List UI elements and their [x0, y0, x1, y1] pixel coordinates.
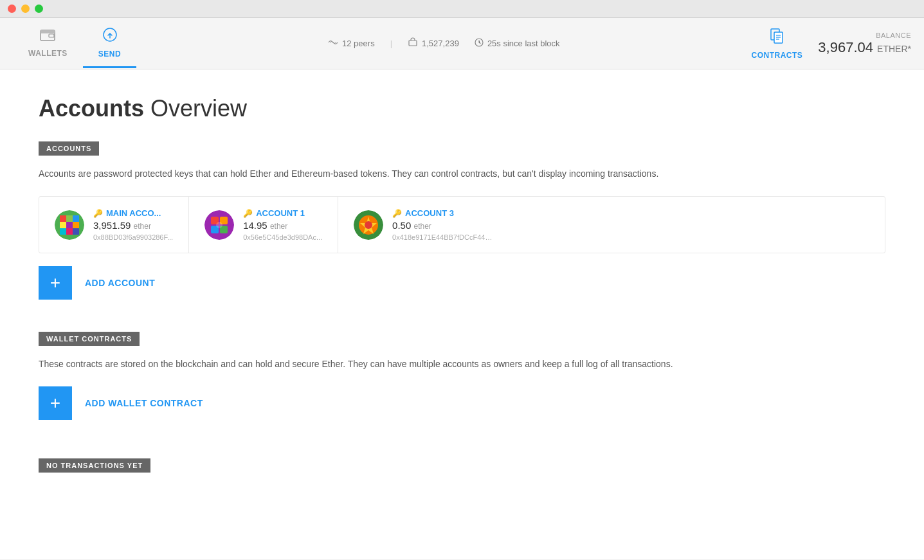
block-icon: [408, 37, 418, 50]
account-avatar-1: [204, 210, 234, 240]
account-info-main: 🔑 MAIN ACCO... 3,951.59 ether 0x88BD03f6…: [93, 208, 173, 241]
account-name-1: 🔑 ACCOUNT 1: [243, 208, 322, 218]
accounts-section: ACCOUNTS Accounts are password protected…: [39, 141, 885, 300]
accounts-list: 🔑 MAIN ACCO... 3,951.59 ether 0x88BD03f6…: [39, 196, 885, 253]
account-name-main: 🔑 MAIN ACCO...: [93, 208, 173, 218]
svg-rect-19: [66, 228, 73, 235]
clock-icon: [475, 38, 484, 49]
add-wallet-contract-plus-icon: +: [39, 386, 72, 420]
account-card-1[interactable]: 🔑 ACCOUNT 1 14.95 ether 0x56e5C45de3d98D…: [189, 197, 338, 253]
account-avatar-main: [55, 210, 84, 240]
account-balance-1: 14.95 ether: [243, 220, 322, 231]
add-account-row[interactable]: + ADD ACCOUNT: [39, 266, 885, 300]
svg-rect-17: [73, 222, 79, 228]
accounts-section-header: ACCOUNTS: [39, 141, 99, 156]
close-button[interactable]: [8, 5, 16, 13]
add-wallet-contract-row[interactable]: + ADD WALLET CONTRACT: [39, 386, 885, 420]
account-address-3: 0x418e9171E44BB7fDCcF4400eA79f2f8C12240c…: [392, 233, 495, 241]
peers-count: 12 peers: [342, 39, 375, 48]
send-tab[interactable]: SEND: [83, 19, 136, 68]
page-title: Accounts Overview: [39, 95, 885, 122]
account-address-1: 0x56e5C45de3d98DAc...: [243, 233, 322, 241]
svg-rect-13: [66, 215, 73, 222]
account-balance-3: 0.50 ether: [392, 220, 495, 231]
account-info-1: 🔑 ACCOUNT 1 14.95 ether 0x56e5C45de3d98D…: [243, 208, 322, 241]
svg-rect-16: [66, 222, 73, 228]
account-card-3[interactable]: 🔑 ACCOUNT 3 0.50 ether 0x418e9171E44BB7f…: [338, 197, 511, 253]
titlebar: [0, 0, 924, 18]
peers-icon: [328, 39, 338, 48]
accounts-description: Accounts are password protected keys tha…: [39, 167, 885, 181]
svg-rect-15: [60, 222, 66, 228]
svg-rect-1: [41, 30, 55, 33]
minimize-button[interactable]: [21, 5, 30, 13]
send-label: SEND: [98, 50, 121, 59]
add-account-plus-icon: +: [39, 266, 72, 300]
peers-status: 12 peers: [328, 39, 375, 48]
key-icon-main: 🔑: [93, 209, 103, 218]
last-block-status: 25s since last block: [475, 38, 560, 49]
account-card-main[interactable]: 🔑 MAIN ACCO... 3,951.59 ether 0x88BD03f6…: [39, 197, 189, 253]
account-avatar-3: [354, 210, 383, 240]
send-icon: [102, 27, 118, 46]
wallets-tab[interactable]: WALLETS: [13, 20, 83, 68]
svg-rect-2: [49, 34, 54, 37]
balance-section: BALANCE 3,967.04 ETHER*: [818, 32, 911, 56]
account-balance-main: 3,951.59 ether: [93, 220, 173, 231]
svg-rect-18: [60, 228, 66, 235]
maximize-button[interactable]: [35, 5, 43, 13]
balance-label: BALANCE: [818, 32, 911, 39]
wallet-contracts-header: WALLET CONTRACTS: [39, 332, 140, 346]
svg-rect-14: [73, 215, 79, 222]
separator-1: |: [390, 39, 392, 48]
top-nav: WALLETS SEND 12 peers | 1,527,239: [0, 18, 924, 69]
block-count: 1,527,239: [422, 39, 459, 48]
svg-point-30: [365, 221, 372, 229]
no-transactions-section: NO TRANSACTIONS YET: [39, 452, 885, 473]
account-info-3: 🔑 ACCOUNT 3 0.50 ether 0x418e9171E44BB7f…: [392, 208, 495, 241]
svg-rect-4: [409, 41, 417, 46]
svg-rect-12: [60, 215, 66, 222]
contracts-button[interactable]: CONTRACTS: [752, 28, 803, 60]
wallet-contracts-section: WALLET CONTRACTS These contracts are sto…: [39, 332, 885, 420]
balance-currency: ETHER*: [877, 44, 911, 54]
key-icon-3: 🔑: [392, 209, 402, 218]
balance-amount: 3,967.04 ETHER*: [818, 39, 911, 56]
contracts-label: CONTRACTS: [752, 51, 803, 60]
wallets-icon: [40, 28, 55, 45]
wallets-label: WALLETS: [28, 49, 68, 58]
svg-rect-20: [73, 228, 79, 235]
add-account-label: ADD ACCOUNT: [72, 278, 168, 288]
svg-point-27: [216, 222, 222, 228]
key-icon-1: 🔑: [243, 209, 253, 218]
wallet-contracts-description: These contracts are stored on the blockc…: [39, 357, 885, 371]
nav-center-status: 12 peers | 1,527,239 25s since last bloc…: [136, 37, 751, 50]
last-block-text: 25s since last block: [487, 39, 560, 48]
contracts-icon: [768, 28, 785, 48]
nav-right: CONTRACTS BALANCE 3,967.04 ETHER*: [752, 28, 912, 60]
no-transactions-header: NO TRANSACTIONS YET: [39, 458, 150, 473]
main-content: Accounts Overview ACCOUNTS Accounts are …: [0, 69, 924, 559]
add-wallet-contract-label: ADD WALLET CONTRACT: [72, 398, 216, 408]
nav-left: WALLETS SEND: [13, 19, 136, 68]
account-address-main: 0x88BD03f6a9903286F...: [93, 233, 173, 241]
account-name-3: 🔑 ACCOUNT 3: [392, 208, 495, 218]
block-count-status: 1,527,239: [408, 37, 459, 50]
